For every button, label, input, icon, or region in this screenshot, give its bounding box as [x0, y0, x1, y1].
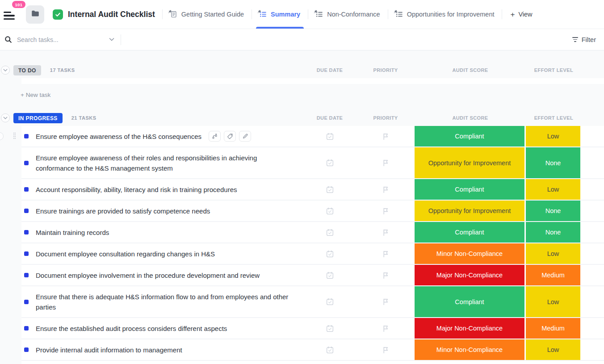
new-task-button[interactable]: + New task [0, 86, 604, 100]
effort-level-chip[interactable]: Medium [526, 318, 580, 339]
task-row[interactable]: Maintain training records Compliant None [21, 222, 604, 243]
task-row[interactable]: Provide internal audit information to ma… [21, 339, 604, 361]
audit-score-cell [415, 361, 526, 364]
task-status-square[interactable] [24, 161, 29, 165]
priority-cell[interactable] [357, 318, 415, 339]
task-status-square[interactable] [24, 134, 29, 138]
effort-level-chip[interactable]: None [526, 201, 580, 221]
task-row[interactable]: Ensure that there is adequate H&S inform… [21, 286, 604, 318]
effort-level-chip[interactable]: Low [526, 286, 580, 317]
task-name[interactable]: Ensure the established audit process con… [36, 318, 234, 339]
effort-level-chip[interactable]: Low [526, 126, 580, 146]
task-status-square[interactable] [24, 230, 29, 234]
effort-level-chip[interactable]: Medium [526, 265, 580, 285]
priority-cell[interactable] [357, 286, 415, 317]
filter-button[interactable]: Filter [572, 36, 596, 43]
task-row[interactable]: Account responsibility, ability, literac… [21, 179, 604, 201]
audit-score-chip[interactable]: Major Non-Compliance [415, 318, 524, 339]
audit-score-chip[interactable]: Opportunity for Improvement [415, 147, 524, 178]
due-date-cell[interactable] [303, 339, 357, 360]
priority-cell[interactable] [357, 339, 415, 360]
tab-non-conformance[interactable]: Non-Conformance [309, 0, 386, 29]
audit-score-chip[interactable]: Compliant [415, 286, 524, 317]
due-date-cell[interactable] [303, 243, 357, 264]
audit-score-chip[interactable]: Compliant [415, 179, 524, 200]
flag-icon [382, 250, 390, 258]
status-badge[interactable]: IN PROGRESS [13, 113, 63, 123]
search-input[interactable] [16, 36, 96, 44]
task-row[interactable]: Ensure employee awareness of their roles… [21, 147, 604, 179]
due-date-cell[interactable] [303, 201, 357, 221]
priority-cell[interactable] [357, 126, 415, 146]
priority-cell[interactable] [357, 179, 415, 200]
audit-score-chip[interactable]: Compliant [415, 222, 524, 243]
task-name[interactable]: Ensure that there is adequate H&S inform… [36, 286, 303, 317]
task-name[interactable]: Include different aspects in the non-con… [36, 361, 210, 364]
priority-cell[interactable] [357, 361, 415, 364]
collapse-chevron-icon[interactable] [1, 66, 10, 75]
task-name[interactable]: Document employee consultation regarding… [36, 243, 222, 264]
due-date-cell[interactable] [303, 265, 357, 285]
tab-label: Opportunities for Improvement [407, 11, 495, 18]
task-row[interactable]: Ensure employee awareness of the H&S con… [21, 126, 604, 147]
sidebar-toggle-icon[interactable] [4, 8, 19, 23]
due-date-cell[interactable] [303, 126, 357, 146]
effort-level-chip[interactable]: None [526, 147, 580, 178]
task-name[interactable]: Provide internal audit information to ma… [36, 339, 189, 360]
priority-cell[interactable] [357, 265, 415, 285]
due-date-cell[interactable] [303, 361, 357, 364]
due-date-cell[interactable] [303, 222, 357, 243]
task-name[interactable]: Document employee involvement in the pro… [36, 265, 267, 285]
task-row[interactable]: Ensure the established audit process con… [21, 318, 604, 339]
task-status-square[interactable] [24, 300, 29, 304]
task-status-square[interactable] [24, 187, 29, 192]
effort-level-chip[interactable]: Low [526, 339, 580, 360]
task-name[interactable]: Account responsibility, ability, literac… [36, 179, 244, 200]
due-date-cell[interactable] [303, 147, 357, 178]
task-name[interactable]: Maintain training records [36, 222, 116, 243]
task-row[interactable]: Ensure trainings are provided to satisfy… [21, 201, 604, 222]
effort-level-chip[interactable]: Low [526, 243, 580, 264]
tab-summary[interactable]: Summary [253, 0, 307, 29]
audit-score-chip[interactable]: Compliant [415, 126, 524, 146]
task-row[interactable]: Document employee involvement in the pro… [21, 265, 604, 286]
priority-cell[interactable] [357, 147, 415, 178]
priority-cell[interactable] [357, 243, 415, 264]
effort-level-chip[interactable]: None [526, 222, 580, 243]
row-hover-circle[interactable] [0, 132, 4, 140]
audit-score-chip[interactable]: Minor Non-Compliance [415, 243, 524, 264]
effort-level-chip[interactable]: Low [526, 179, 580, 200]
due-date-cell[interactable] [303, 286, 357, 317]
collapse-chevron-icon[interactable] [1, 113, 10, 122]
task-name[interactable]: Ensure employee awareness of their roles… [36, 147, 303, 178]
priority-cell[interactable] [357, 222, 415, 243]
task-row[interactable]: Document employee consultation regarding… [21, 243, 604, 265]
due-date-cell[interactable] [303, 318, 357, 339]
status-badge[interactable]: TO DO [13, 65, 41, 75]
notification-badge[interactable]: 101 [12, 1, 25, 8]
priority-cell[interactable] [357, 201, 415, 221]
audit-score-chip[interactable]: Minor Non-Compliance [415, 339, 524, 360]
column-header-audit-score: AUDIT SCORE [415, 115, 526, 121]
task-status-square[interactable] [24, 209, 29, 213]
list-view-icon [396, 11, 403, 18]
add-subtask-button[interactable] [209, 131, 221, 142]
search-chevron-down-icon[interactable] [109, 38, 114, 42]
add-view-button[interactable]: + View [503, 11, 539, 18]
edit-pencil-button[interactable] [239, 131, 251, 142]
task-row[interactable]: Include different aspects in the non-con… [21, 361, 604, 364]
task-status-square[interactable] [24, 273, 29, 277]
task-name[interactable]: Ensure trainings are provided to satisfy… [36, 201, 217, 221]
task-status-square[interactable] [24, 347, 29, 352]
due-date-cell[interactable] [303, 179, 357, 200]
tag-button[interactable] [224, 131, 236, 142]
task-name[interactable]: Ensure employee awareness of the H&S con… [36, 126, 209, 146]
task-status-square[interactable] [24, 251, 29, 256]
tab-opportunities-for-improvement[interactable]: Opportunities for Improvement [389, 0, 501, 29]
audit-score-chip[interactable]: Major Non-Compliance [415, 265, 524, 285]
tab-getting-started-guide[interactable]: Getting Started Guide [164, 0, 251, 29]
task-status-square[interactable] [24, 326, 29, 331]
drag-handle-icon[interactable] [13, 133, 16, 140]
folder-button[interactable] [26, 5, 44, 24]
audit-score-chip[interactable]: Opportunity for Improvement [415, 201, 524, 221]
